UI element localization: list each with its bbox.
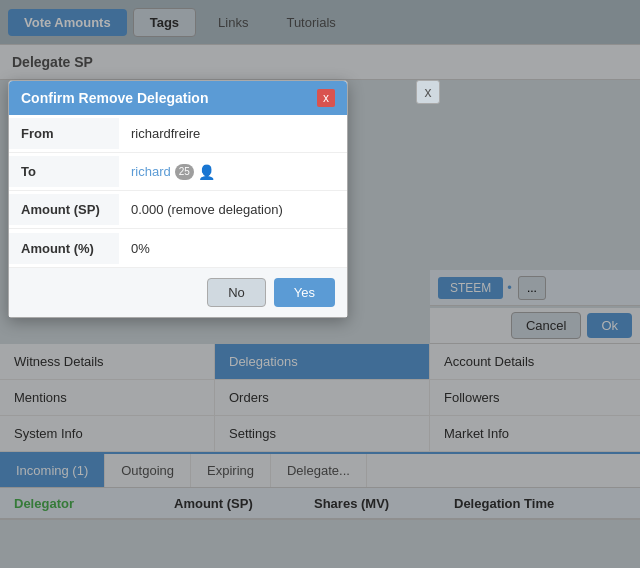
dialog-amount-pct-row: Amount (%) 0% bbox=[9, 229, 347, 267]
yes-button[interactable]: Yes bbox=[274, 278, 335, 307]
dialog-to-label: To bbox=[9, 156, 119, 187]
dialog-to-badge: 25 bbox=[175, 164, 194, 180]
dialog-to-row: To richard 25 👤 bbox=[9, 153, 347, 191]
dialog-amount-pct-label: Amount (%) bbox=[9, 233, 119, 264]
dialog-from-label: From bbox=[9, 118, 119, 149]
dialog-close-button[interactable]: x bbox=[317, 89, 335, 107]
dialog-amount-pct-value: 0% bbox=[119, 233, 347, 264]
dialog-amount-sp-label: Amount (SP) bbox=[9, 194, 119, 225]
user-icon: 👤 bbox=[198, 163, 216, 181]
dialog-header: Confirm Remove Delegation x bbox=[9, 81, 347, 115]
no-button[interactable]: No bbox=[207, 278, 266, 307]
dialog-amount-sp-value: 0.000 (remove delegation) bbox=[119, 194, 347, 225]
confirm-dialog: Confirm Remove Delegation x From richard… bbox=[8, 80, 348, 318]
dialog-to-link[interactable]: richard bbox=[131, 164, 171, 179]
dialog-from-value: richardfreire bbox=[119, 118, 347, 149]
dialog-body: From richardfreire To richard 25 👤 Amoun… bbox=[9, 115, 347, 267]
dialog-title: Confirm Remove Delegation bbox=[21, 90, 208, 106]
dialog-from-row: From richardfreire bbox=[9, 115, 347, 153]
dialog-footer: No Yes bbox=[9, 267, 347, 317]
dialog-to-value[interactable]: richard 25 👤 bbox=[119, 155, 347, 189]
large-close-button[interactable]: x bbox=[416, 80, 440, 104]
dialog-amount-sp-row: Amount (SP) 0.000 (remove delegation) bbox=[9, 191, 347, 229]
